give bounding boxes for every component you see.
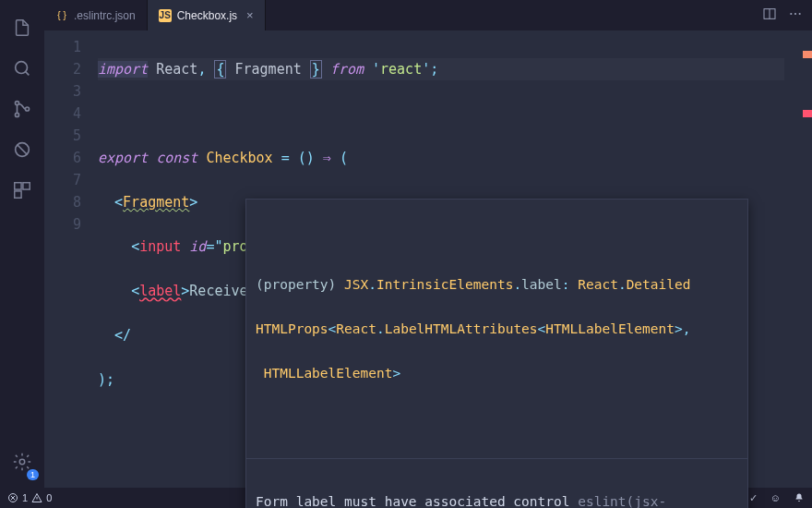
tab-label: Checkbox.js [177,9,237,22]
svg-rect-7 [15,191,21,198]
svg-point-1 [15,102,18,105]
split-editor-icon[interactable] [762,6,777,24]
svg-point-8 [19,459,25,465]
explorer-icon[interactable] [0,7,44,48]
minimap[interactable] [784,30,799,488]
settings-badge: 1 [27,469,39,480]
svg-point-12 [799,13,801,15]
close-icon[interactable]: × [246,8,254,22]
svg-point-11 [794,13,796,15]
tab-tools [762,0,812,30]
json-icon: { } [55,9,68,22]
hover-lint-message: Form label must have associated control … [246,458,747,508]
activity-bar: 1 [0,0,44,488]
source-control-icon[interactable] [0,89,44,129]
svg-point-2 [15,113,18,116]
tab-bar: { } .eslintrc.json JS Checkbox.js × [44,0,812,30]
search-icon[interactable] [0,48,44,89]
line-gutter: 123 456 789 [44,30,98,488]
tab-label: .eslintrc.json [74,9,136,22]
settings-gear-icon[interactable]: 1 [0,441,44,482]
status-bell-icon[interactable] [794,492,805,503]
svg-point-3 [25,107,29,111]
main-area: 1 { } .eslintrc.json JS Checkbox.js × [0,0,812,488]
ruler-warning-mark[interactable] [803,51,812,58]
js-icon: JS [159,9,172,22]
code-editor[interactable]: 123 456 789 import React, { Fragment } f… [44,30,812,488]
debug-icon[interactable] [0,129,44,170]
editor-area: { } .eslintrc.json JS Checkbox.js × 12 [44,0,812,488]
tab-eslintrc[interactable]: { } .eslintrc.json [44,0,148,30]
svg-rect-6 [23,183,30,189]
hover-widget: (property) JSX.IntrinsicElements.label: … [245,199,748,508]
extensions-icon[interactable] [0,170,44,211]
svg-point-10 [790,13,792,15]
overview-ruler[interactable] [799,30,812,488]
svg-point-0 [16,62,28,74]
svg-rect-5 [15,183,21,189]
status-problems[interactable]: 1 0 [7,492,52,503]
code-content[interactable]: import React, { Fragment } from 'react';… [98,30,784,488]
more-icon[interactable] [788,6,803,24]
ruler-error-mark[interactable] [803,110,812,117]
hover-type-info: (property) JSX.IntrinsicElements.label: … [246,244,747,414]
tab-checkbox-js[interactable]: JS Checkbox.js × [148,0,266,30]
